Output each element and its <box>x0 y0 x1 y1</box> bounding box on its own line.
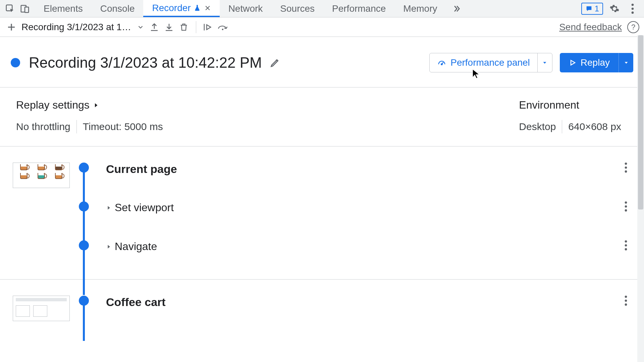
recording-header: Recording 3/1/2023 at 10:42:22 PM Perfor… <box>0 37 644 87</box>
device-toolbar-icon[interactable] <box>17 1 32 16</box>
step-current-page[interactable]: Current page <box>13 163 631 188</box>
gauge-icon <box>437 58 446 67</box>
step-over-button[interactable] <box>216 23 230 32</box>
replay-settings-toggle[interactable]: Replay settings <box>16 99 163 111</box>
scrollbar-thumb[interactable] <box>638 35 643 209</box>
svg-point-16 <box>625 248 627 250</box>
step-thumbnail <box>13 163 70 188</box>
performance-panel-button[interactable]: Performance panel <box>429 53 552 72</box>
chevron-down-icon <box>137 23 144 31</box>
svg-point-15 <box>625 244 627 247</box>
new-recording-button[interactable] <box>5 22 18 32</box>
svg-point-14 <box>625 240 627 243</box>
svg-point-18 <box>625 300 627 302</box>
replay-button[interactable]: Replay <box>560 53 633 72</box>
svg-point-6 <box>222 28 224 30</box>
svg-rect-2 <box>25 7 29 12</box>
send-feedback-link[interactable]: Send feedback <box>559 22 622 33</box>
svg-point-19 <box>625 303 627 306</box>
tab-elements[interactable]: Elements <box>35 0 92 17</box>
recorder-toolbar: Recording 3/1/2023 at 10… Send feedback … <box>0 17 644 37</box>
recording-dot-icon <box>11 58 20 67</box>
continue-button[interactable] <box>201 22 216 32</box>
steps-list: Current page Set viewport Navigate <box>0 146 644 351</box>
edit-title-icon[interactable] <box>269 57 281 68</box>
step-menu-icon[interactable] <box>625 240 631 250</box>
tab-memory[interactable]: Memory <box>394 0 446 17</box>
settings-gear-icon[interactable] <box>608 4 621 14</box>
tab-console[interactable]: Console <box>92 0 144 17</box>
performance-panel-dropdown[interactable] <box>537 53 552 72</box>
recording-title: Recording 3/1/2023 at 10:42:22 PM <box>29 54 262 71</box>
svg-point-12 <box>625 205 627 208</box>
issues-badge[interactable]: 1 <box>581 3 603 15</box>
export-button[interactable] <box>162 22 176 32</box>
svg-point-10 <box>625 170 627 173</box>
step-menu-icon[interactable] <box>625 163 631 173</box>
delete-button[interactable] <box>176 22 191 32</box>
step-menu-icon[interactable] <box>625 296 631 306</box>
tab-sources[interactable]: Sources <box>271 0 323 17</box>
svg-point-4 <box>632 7 634 10</box>
environment-header: Environment <box>519 99 621 111</box>
tab-performance[interactable]: Performance <box>323 0 394 17</box>
settings-row: Replay settings No throttling Timeout: 5… <box>0 87 644 146</box>
step-navigate[interactable]: Navigate <box>13 240 631 266</box>
play-icon <box>569 59 577 67</box>
svg-point-3 <box>632 4 634 6</box>
import-button[interactable] <box>147 22 162 32</box>
environment-device: Desktop <box>519 121 556 132</box>
tabs-overflow-icon[interactable] <box>446 0 467 17</box>
timeout-value: Timeout: 5000 ms <box>83 121 163 132</box>
throttling-value: No throttling <box>16 121 70 132</box>
tab-recorder[interactable]: Recorder <box>143 0 219 17</box>
close-icon[interactable] <box>204 5 211 11</box>
step-menu-icon[interactable] <box>625 201 631 212</box>
step-set-viewport[interactable]: Set viewport <box>13 201 631 227</box>
svg-point-13 <box>625 209 627 212</box>
more-menu-icon[interactable] <box>626 4 639 14</box>
svg-point-5 <box>632 11 634 14</box>
scrollbar[interactable] <box>637 35 644 362</box>
environment-viewport: 640×608 px <box>568 121 621 132</box>
svg-point-17 <box>625 296 627 298</box>
recording-selector[interactable]: Recording 3/1/2023 at 10… <box>21 22 144 33</box>
tab-network[interactable]: Network <box>220 0 272 17</box>
svg-point-9 <box>625 167 627 169</box>
svg-point-8 <box>625 163 627 165</box>
flask-icon <box>194 4 201 12</box>
svg-point-7 <box>441 64 443 65</box>
inspect-icon[interactable] <box>3 1 17 16</box>
devtools-tabstrip: Elements Console Recorder Network Source… <box>0 0 644 17</box>
help-icon[interactable]: ? <box>627 21 639 33</box>
replay-dropdown[interactable] <box>619 53 633 72</box>
svg-point-11 <box>625 201 627 204</box>
step-coffee-cart[interactable]: Coffee cart <box>13 296 631 321</box>
step-thumbnail <box>13 296 70 321</box>
